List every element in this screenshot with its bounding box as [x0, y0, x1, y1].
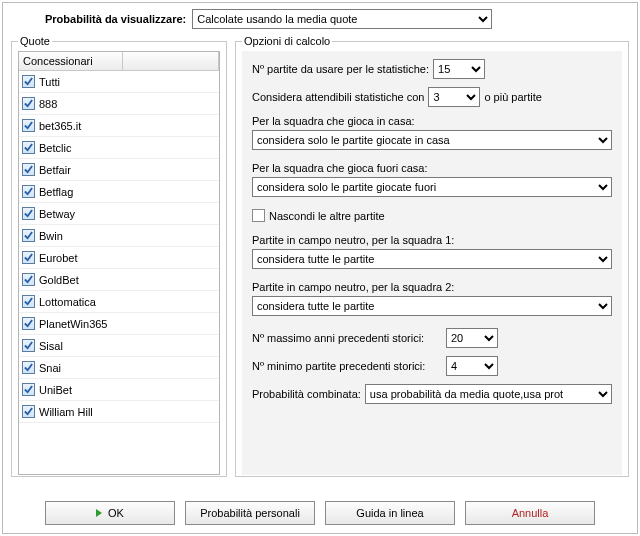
- col-header[interactable]: Concessionari: [19, 52, 123, 70]
- table-row[interactable]: William Hill: [19, 401, 219, 423]
- check-icon: [22, 317, 35, 330]
- min-partite-select[interactable]: 4: [446, 356, 498, 376]
- table-row[interactable]: 888: [19, 93, 219, 115]
- bookmaker-label: Snai: [39, 362, 61, 374]
- check-icon: [22, 163, 35, 176]
- max-anni-select[interactable]: 20: [446, 328, 498, 348]
- check-icon: [22, 207, 35, 220]
- table-row[interactable]: Betfair: [19, 159, 219, 181]
- bookmaker-label: Betflag: [39, 186, 73, 198]
- cancel-button[interactable]: Annulla: [465, 501, 595, 525]
- table-row[interactable]: PlanetWin365: [19, 313, 219, 335]
- bookmaker-label: 888: [39, 98, 57, 110]
- options-fieldset: Opzioni di calcolo Nº partite da usare p…: [235, 35, 629, 477]
- neutro2-label: Partite in campo neutro, per la squadra …: [252, 281, 612, 293]
- bookmaker-label: Tutti: [39, 76, 60, 88]
- settings-dialog: Probabilità da visualizzare: Calcolate u…: [2, 2, 638, 534]
- bookmaker-label: GoldBet: [39, 274, 79, 286]
- check-icon: [22, 339, 35, 352]
- prob-comb-label: Probabilità combinata:: [252, 388, 361, 400]
- n-partite-select[interactable]: 15: [433, 59, 485, 79]
- guide-button[interactable]: Guida in linea: [325, 501, 455, 525]
- table-row[interactable]: bet365.it: [19, 115, 219, 137]
- check-icon: [22, 141, 35, 154]
- bookmaker-label: Betclic: [39, 142, 71, 154]
- fuori-label: Per la squadra che gioca fuori casa:: [252, 162, 612, 174]
- table-row[interactable]: Tutti: [19, 71, 219, 93]
- neutro1-label: Partite in campo neutro, per la squadra …: [252, 234, 612, 246]
- table-row[interactable]: Sisal: [19, 335, 219, 357]
- check-icon: [22, 383, 35, 396]
- personal-prob-button[interactable]: Probabilità personali: [185, 501, 315, 525]
- play-icon: [96, 509, 102, 517]
- table-row[interactable]: Snai: [19, 357, 219, 379]
- probability-label: Probabilità da visualizzare:: [45, 13, 186, 25]
- check-icon: [22, 185, 35, 198]
- neutro1-select[interactable]: considera tutte le partite: [252, 249, 612, 269]
- attendibili-post: o più partite: [484, 91, 541, 103]
- nascondi-label: Nascondi le altre partite: [269, 210, 385, 222]
- max-anni-label: Nº massimo anni precedenti storici:: [252, 332, 442, 344]
- bookmaker-label: Lottomatica: [39, 296, 96, 308]
- quote-fieldset: Quote Concessionari Tutti888bet365.itBet…: [11, 35, 227, 477]
- table-row[interactable]: Bwin: [19, 225, 219, 247]
- checkbox-icon: [252, 209, 265, 222]
- min-partite-label: Nº minimo partite precedenti storici:: [252, 360, 442, 372]
- bookmaker-label: PlanetWin365: [39, 318, 108, 330]
- quote-legend: Quote: [18, 35, 52, 47]
- table-row[interactable]: GoldBet: [19, 269, 219, 291]
- bookmaker-label: Sisal: [39, 340, 63, 352]
- bookmaker-label: bet365.it: [39, 120, 81, 132]
- attendibili-pre: Considera attendibili statistiche con: [252, 91, 424, 103]
- guide-label: Guida in linea: [356, 507, 423, 519]
- check-icon: [22, 229, 35, 242]
- neutro2-select[interactable]: considera tutte le partite: [252, 296, 612, 316]
- table-row[interactable]: UniBet: [19, 379, 219, 401]
- probability-select[interactable]: Calcolate usando la media quote: [192, 9, 492, 29]
- table-header: Concessionari: [19, 52, 219, 71]
- n-partite-label: Nº partite da usare per le statistiche:: [252, 63, 429, 75]
- bookmaker-label: Eurobet: [39, 252, 78, 264]
- table-row[interactable]: Betway: [19, 203, 219, 225]
- attendibili-select[interactable]: 3: [428, 87, 480, 107]
- check-icon: [22, 273, 35, 286]
- prob-comb-select[interactable]: usa probabilità da media quote,usa prot: [365, 384, 612, 404]
- cancel-label: Annulla: [512, 507, 549, 519]
- nascondi-checkbox[interactable]: Nascondi le altre partite: [252, 209, 612, 222]
- bookmaker-label: UniBet: [39, 384, 72, 396]
- options-legend: Opzioni di calcolo: [242, 35, 332, 47]
- check-icon: [22, 251, 35, 264]
- bookmakers-table: Concessionari Tutti888bet365.itBetclicBe…: [18, 51, 220, 475]
- table-row[interactable]: Betflag: [19, 181, 219, 203]
- check-icon: [22, 97, 35, 110]
- fuori-select[interactable]: considera solo le partite giocate fuori: [252, 177, 612, 197]
- check-icon: [22, 119, 35, 132]
- probability-selector-row: Probabilità da visualizzare: Calcolate u…: [11, 9, 629, 29]
- ok-button[interactable]: OK: [45, 501, 175, 525]
- personal-label: Probabilità personali: [200, 507, 300, 519]
- casa-label: Per la squadra che gioca in casa:: [252, 115, 612, 127]
- check-icon: [22, 361, 35, 374]
- check-icon: [22, 405, 35, 418]
- check-icon: [22, 295, 35, 308]
- col-header-empty[interactable]: [123, 52, 219, 70]
- bookmaker-label: Betfair: [39, 164, 71, 176]
- table-row[interactable]: Betclic: [19, 137, 219, 159]
- bookmaker-label: William Hill: [39, 406, 93, 418]
- bookmaker-label: Bwin: [39, 230, 63, 242]
- table-row[interactable]: Eurobet: [19, 247, 219, 269]
- ok-label: OK: [108, 507, 124, 519]
- casa-select[interactable]: considera solo le partite giocate in cas…: [252, 130, 612, 150]
- bookmaker-label: Betway: [39, 208, 75, 220]
- table-row[interactable]: Lottomatica: [19, 291, 219, 313]
- check-icon: [22, 75, 35, 88]
